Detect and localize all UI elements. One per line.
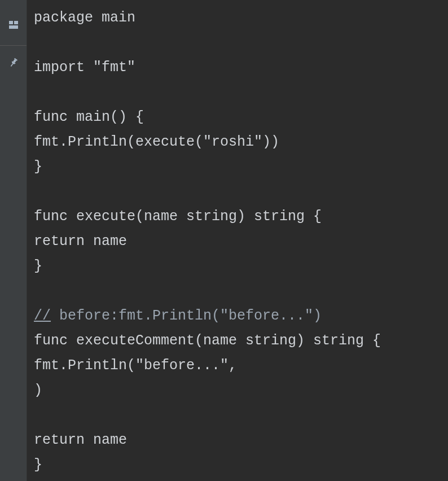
code-line: fmt.Println(execute("roshi")) [34, 130, 448, 155]
code-line: func main() { [34, 105, 448, 130]
layout-icon[interactable] [7, 18, 20, 32]
svg-rect-1 [14, 21, 18, 24]
code-line: return name [34, 428, 448, 453]
code-line: package main [34, 6, 448, 30]
code-line: fmt.Println("before...", [34, 353, 448, 378]
code-line [34, 180, 448, 204]
code-line: func execute(name string) string { [34, 204, 448, 229]
code-line: } [34, 453, 448, 478]
code-editor[interactable]: package main import "fmt" func main() { … [27, 0, 448, 481]
code-line [34, 403, 448, 428]
code-line [34, 279, 448, 304]
code-line: ) [34, 378, 448, 403]
comment-underline: // [34, 308, 51, 324]
editor-gutter [0, 0, 27, 481]
code-line: } [34, 155, 448, 180]
gutter-separator [0, 45, 27, 46]
svg-rect-2 [9, 25, 18, 29]
code-line: } [34, 254, 448, 279]
comment-text: before:fmt.Println("before...") [51, 308, 322, 324]
svg-rect-6 [10, 63, 13, 67]
code-line: return name [34, 229, 448, 254]
code-line: func executeComment(name string) string … [34, 329, 448, 353]
code-line: import "fmt" [34, 55, 448, 80]
code-line [34, 80, 448, 105]
code-line [34, 30, 448, 55]
code-line: // before:fmt.Println("before...") [34, 304, 448, 329]
svg-rect-0 [9, 21, 13, 24]
pin-icon[interactable] [7, 56, 20, 69]
